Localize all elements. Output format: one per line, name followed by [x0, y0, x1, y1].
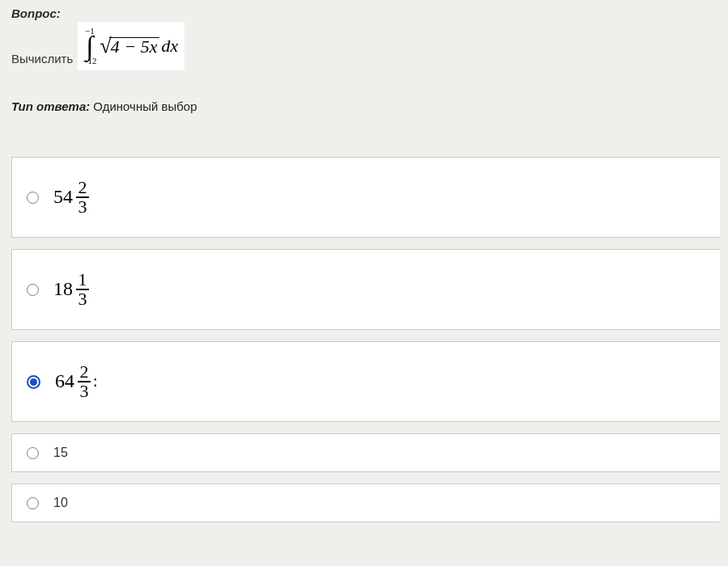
- option-trail: :: [93, 372, 98, 391]
- option-3[interactable]: 64 2 3 :: [11, 341, 720, 422]
- sqrt-radicand: 4 − 5x: [109, 37, 160, 56]
- integral-expression: −1 ∫ −12 √ 4 − 5x dx: [78, 22, 184, 70]
- question-label: Вопрос:: [11, 6, 720, 20]
- radio-icon[interactable]: [27, 497, 39, 509]
- radio-icon[interactable]: [27, 192, 39, 204]
- answer-type-label: Тип ответа:: [11, 99, 90, 113]
- option-2[interactable]: 18 1 3: [11, 249, 720, 330]
- integral-lower-bound: −12: [83, 57, 96, 65]
- option-value: 15: [53, 446, 68, 460]
- integral-symbol-icon: ∫: [86, 34, 93, 58]
- sqrt-expression: √ 4 − 5x: [100, 37, 160, 56]
- option-whole: 54: [53, 186, 73, 208]
- fraction-num: 1: [78, 272, 87, 288]
- radio-icon[interactable]: [27, 284, 39, 296]
- option-value: 10: [53, 496, 68, 510]
- integral-sign: −1 ∫ −12: [83, 27, 96, 65]
- option-whole: 64: [55, 370, 74, 392]
- compute-word: Вычислить: [11, 52, 73, 70]
- option-whole: 18: [53, 278, 73, 300]
- option-value: 54 2 3: [53, 180, 89, 214]
- answer-type-value: Одиночный выбор: [93, 99, 197, 113]
- radio-icon[interactable]: [27, 375, 40, 389]
- fraction-den: 3: [80, 383, 89, 399]
- fraction-den: 3: [78, 291, 87, 307]
- option-value: 64 2 3 :: [55, 364, 98, 399]
- option-1[interactable]: 54 2 3: [11, 157, 720, 238]
- option-value: 18 1 3: [53, 272, 89, 306]
- differential: dx: [161, 37, 178, 55]
- fraction-den: 3: [78, 199, 87, 215]
- answer-type-row: Тип ответа:Одиночный выбор: [11, 99, 720, 113]
- option-4[interactable]: 15: [11, 433, 720, 472]
- option-fraction: 2 3: [78, 364, 91, 399]
- options-list: 54 2 3 18 1 3: [11, 157, 720, 522]
- option-5[interactable]: 10: [11, 484, 720, 522]
- radio-icon[interactable]: [27, 447, 39, 459]
- question-content: Вычислить −1 ∫ −12 √ 4 − 5x dx: [11, 22, 720, 70]
- fraction-num: 2: [80, 364, 89, 380]
- option-fraction: 1 3: [76, 272, 89, 306]
- fraction-num: 2: [78, 180, 87, 196]
- option-fraction: 2 3: [76, 180, 89, 214]
